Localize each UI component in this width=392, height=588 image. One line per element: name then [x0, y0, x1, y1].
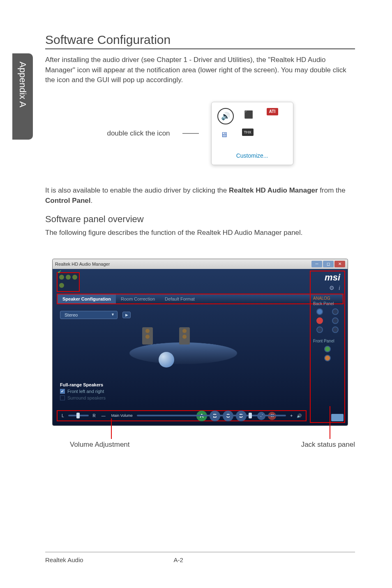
section-title: Software Configuration [45, 33, 355, 49]
analog-label: ANALOG [313, 296, 342, 301]
arrow-line [182, 133, 199, 134]
intro-paragraph: After installing the audio driver (see C… [45, 55, 355, 85]
jack-back-4[interactable] [332, 317, 339, 324]
tray-icon-figure: double click the icon 🔊 ⬛ ATI 🖥 THX Cust… [45, 102, 355, 165]
front-panel-label: Front Panel [313, 339, 342, 343]
checkbox-surround [60, 395, 65, 400]
tab-speaker-configuration[interactable]: Speaker Configuration [58, 294, 116, 303]
main-volume-label: Main Volume [111, 413, 133, 418]
jack-front-1[interactable] [324, 346, 331, 352]
front-lr-label: Front left and right [67, 389, 104, 394]
full-range-heading: Full-range Speakers [60, 382, 307, 387]
checkbox-front-lr[interactable]: ✔ [60, 389, 65, 394]
window-titlebar: Realtek HD Audio Manager ─ ◻ ✕ [53, 259, 348, 269]
jack-back-6[interactable] [332, 326, 339, 333]
jack-status-panel: ANALOG Back Panel Front Panel [310, 271, 345, 423]
balance-right-label: R [93, 413, 96, 418]
volume-plus-icon: + [290, 413, 293, 418]
realtek-audio-tray-icon[interactable]: 🔊 [217, 108, 234, 124]
jack-back-5[interactable] [316, 326, 323, 333]
window-title-text: Realtek HD Audio Manager [55, 262, 110, 266]
device-selection-box[interactable]: ✔ [57, 272, 80, 292]
back-panel-label: Back Panel [313, 301, 342, 306]
connector-badge-icon[interactable] [331, 414, 344, 421]
callout-volume-adjustment: Volume Adjustment [70, 441, 130, 449]
speaker-left-icon[interactable] [142, 327, 153, 345]
listener-position-icon [159, 352, 174, 368]
thx-tray-icon[interactable]: THX [242, 129, 254, 136]
jack-back-2[interactable] [332, 308, 339, 315]
callout-jack-status: Jack status panel [301, 441, 355, 449]
balance-slider[interactable] [68, 415, 89, 416]
panel-figure: Device Selection Application Enhancement… [45, 259, 355, 426]
callout-line [111, 418, 112, 439]
test-play-button[interactable]: ▶ [122, 312, 131, 318]
callout-line [330, 406, 330, 439]
ati-tray-icon[interactable]: ATI [267, 108, 278, 115]
close-button[interactable]: ✕ [334, 261, 345, 267]
footer-page-number: A-2 [174, 556, 183, 563]
minimize-button[interactable]: ─ [311, 261, 322, 267]
page-footer: Realtek Audio A-2 [45, 552, 355, 563]
jack-back-3[interactable] [316, 317, 323, 324]
volume-slider[interactable] [137, 415, 286, 416]
also-available-paragraph: It is also available to enable the audio… [45, 186, 355, 206]
overview-desc: The following figure describes the funct… [45, 228, 355, 238]
balance-left-label: L [62, 413, 64, 418]
footer-left: Realtek Audio [45, 556, 83, 563]
double-click-label: double click the icon [107, 129, 170, 138]
speaker-layout-visual [60, 323, 307, 381]
realtek-audio-manager-window: Realtek HD Audio Manager ─ ◻ ✕ ✔ msi ⚙ i [52, 259, 348, 426]
tab-room-correction[interactable]: Room Correction [116, 294, 160, 303]
speaker-config-dropdown[interactable]: Stereo [60, 311, 118, 319]
jack-back-1[interactable] [316, 308, 323, 315]
overview-heading: Software panel overview [45, 214, 355, 225]
speaker-icon[interactable]: 🔊 [297, 413, 302, 418]
jack-front-2[interactable] [324, 355, 331, 361]
surround-label: Surround speakers [67, 395, 106, 400]
empty-tray-slot [267, 129, 280, 142]
nvidia-tray-icon[interactable]: ⬛ [242, 108, 255, 121]
speaker-right-icon[interactable] [179, 327, 190, 345]
monitor-tray-icon[interactable]: 🖥 [217, 129, 231, 142]
customize-link[interactable]: Customize... [217, 150, 287, 159]
tab-default-format[interactable]: Default Format [160, 294, 200, 303]
enhancement-tabs: Speaker Configuration Room Correction De… [57, 294, 344, 304]
maximize-button[interactable]: ◻ [323, 261, 334, 267]
system-tray-popup: 🔊 ⬛ ATI 🖥 THX Customize... [211, 102, 293, 165]
